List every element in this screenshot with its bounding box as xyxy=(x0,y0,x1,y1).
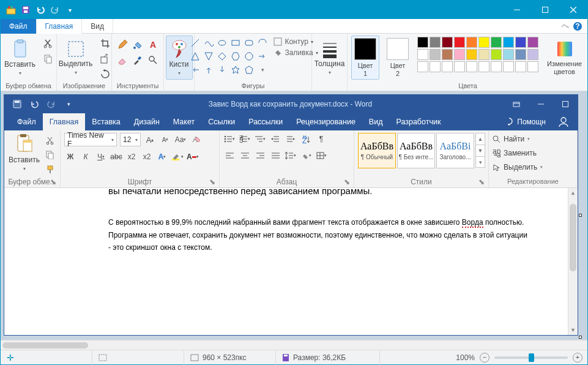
palette-swatch[interactable] xyxy=(491,61,502,72)
close-button[interactable] xyxy=(559,1,587,19)
palette-swatch[interactable] xyxy=(442,61,453,72)
palette-swatch[interactable] xyxy=(515,61,526,72)
word-paste-button[interactable]: Вставить ▾ xyxy=(8,133,40,178)
palette-swatch[interactable] xyxy=(515,49,526,60)
line-spacing-icon[interactable]: ▾ xyxy=(285,149,297,162)
canvas-handle[interactable] xyxy=(579,214,582,217)
bullets-icon[interactable]: ▾ xyxy=(223,133,236,145)
color2-button[interactable]: Цвет 2 xyxy=(384,36,411,80)
palette-swatch[interactable] xyxy=(430,49,441,60)
superscript-icon[interactable]: x2 xyxy=(141,151,153,163)
minimize-button[interactable] xyxy=(503,1,531,19)
account-icon[interactable] xyxy=(558,116,573,127)
highlight-icon[interactable]: ▾ xyxy=(171,151,184,163)
palette-swatch[interactable] xyxy=(527,61,538,72)
word-tab-review[interactable]: Рецензирование xyxy=(289,113,362,130)
font-color-icon[interactable]: A▾ xyxy=(187,151,199,163)
show-marks-icon[interactable]: ¶ xyxy=(315,133,327,145)
zoom-in-button[interactable]: + xyxy=(573,353,582,363)
palette-swatch[interactable] xyxy=(503,49,514,60)
format-painter-icon[interactable] xyxy=(44,164,56,176)
fill-icon[interactable] xyxy=(131,38,144,51)
word-ribbon-opts-icon[interactable] xyxy=(504,95,529,113)
change-case-icon[interactable]: Aa▾ xyxy=(174,134,187,146)
grow-font-icon[interactable]: A▴ xyxy=(144,134,156,146)
palette-swatch[interactable] xyxy=(491,49,502,60)
borders-icon[interactable]: ▾ xyxy=(315,149,327,162)
palette-swatch[interactable] xyxy=(442,37,453,48)
align-center-icon[interactable] xyxy=(239,149,251,162)
paint-hscrollbar[interactable] xyxy=(1,340,587,350)
select-button[interactable]: Выделить ▾ xyxy=(493,161,543,173)
magnifier-icon[interactable] xyxy=(146,53,160,67)
document-page[interactable]: вы печатали непосредственно перед зависа… xyxy=(4,188,568,335)
qat-customize-icon[interactable]: ▾ xyxy=(63,3,76,17)
clear-format-icon[interactable]: A xyxy=(190,134,202,146)
palette-swatch[interactable] xyxy=(430,61,441,72)
numbering-icon[interactable]: 123▾ xyxy=(239,133,251,145)
rotate-icon[interactable] xyxy=(99,67,112,81)
align-left-icon[interactable] xyxy=(223,149,236,162)
subscript-icon[interactable]: x2 xyxy=(125,151,138,163)
palette-swatch[interactable] xyxy=(478,49,489,60)
align-right-icon[interactable] xyxy=(254,149,266,162)
qat-undo-icon[interactable] xyxy=(34,3,47,17)
italic-icon[interactable]: К xyxy=(80,151,92,163)
shapes-gallery[interactable]: ▾ xyxy=(188,36,270,77)
dialog-launcher-icon[interactable]: ⬊ xyxy=(344,178,350,186)
palette-swatch[interactable] xyxy=(417,37,428,48)
indent-inc-icon[interactable] xyxy=(285,133,297,145)
color1-button[interactable]: Цвет 1 xyxy=(351,36,379,80)
text-icon[interactable]: A xyxy=(146,38,160,51)
word-copy-icon[interactable] xyxy=(44,149,56,161)
shrink-font-icon[interactable]: A▾ xyxy=(159,134,171,146)
word-tab-home[interactable]: Главная xyxy=(43,113,86,130)
strike-icon[interactable]: abc xyxy=(110,151,122,163)
sort-icon[interactable]: AZ xyxy=(300,133,312,145)
edit-colors-button[interactable]: Изменение цветов xyxy=(545,36,584,80)
palette-swatch[interactable] xyxy=(478,37,489,48)
word-qat-more-icon[interactable]: ▾ xyxy=(61,97,76,111)
word-undo-icon[interactable] xyxy=(26,97,42,111)
qat-save-icon[interactable] xyxy=(19,3,32,17)
palette-swatch[interactable] xyxy=(417,61,428,72)
word-minimize-icon[interactable] xyxy=(529,95,553,113)
text-effects-icon[interactable]: A▾ xyxy=(156,151,168,163)
dialog-launcher-icon[interactable]: ⬊ xyxy=(478,178,485,186)
dialog-launcher-icon[interactable]: ⬊ xyxy=(209,178,215,186)
zoom-out-button[interactable]: − xyxy=(480,353,489,363)
eraser-icon[interactable] xyxy=(116,53,129,67)
outline-icon[interactable] xyxy=(274,37,282,46)
word-tab-design[interactable]: Дизайн xyxy=(127,113,166,130)
word-maximize-icon[interactable] xyxy=(553,95,578,113)
word-tab-mail[interactable]: Рассылки xyxy=(242,113,289,130)
replace-button[interactable]: abacЗаменить xyxy=(493,147,543,159)
gallery-scroll[interactable]: ▲▼▾ xyxy=(475,133,485,168)
tab-file[interactable]: Файл xyxy=(1,19,37,34)
find-button[interactable]: Найти ▾ xyxy=(493,133,543,145)
color-palette[interactable] xyxy=(416,36,540,73)
pencil-icon[interactable] xyxy=(116,38,129,51)
zoom-slider[interactable] xyxy=(494,356,568,359)
word-tab-dev[interactable]: Разработчик xyxy=(389,113,447,130)
shading-icon[interactable]: ▾ xyxy=(300,149,312,162)
underline-icon[interactable]: Ч ▾ xyxy=(95,151,107,163)
resize-icon[interactable] xyxy=(99,52,112,66)
help-label[interactable]: Помощн xyxy=(517,118,546,126)
style-item[interactable]: АаБбВіЗаголово... xyxy=(436,133,474,168)
tell-me-icon[interactable] xyxy=(505,118,513,126)
scroll-up-icon[interactable]: ▲ xyxy=(568,188,578,198)
dialog-launcher-icon[interactable]: ⬊ xyxy=(50,178,56,186)
style-item[interactable]: АаБбВв¶ Без инте... xyxy=(397,133,435,168)
palette-swatch[interactable] xyxy=(491,37,502,48)
bold-icon[interactable]: Ж xyxy=(64,151,76,163)
paint-canvas[interactable]: ▾ Завис Ворд как сохранить документ.docx… xyxy=(1,91,587,340)
ribbon-collapse-icon[interactable]: へ xyxy=(562,21,569,31)
word-tab-refs[interactable]: Ссылки xyxy=(201,113,242,130)
cut-icon[interactable] xyxy=(42,37,55,50)
size-button[interactable]: Толщина▾ xyxy=(312,36,348,80)
select-button[interactable]: Выделить▾ xyxy=(56,36,95,80)
fill-btn-icon[interactable] xyxy=(274,48,282,57)
scroll-thumb[interactable] xyxy=(2,342,88,348)
canvas-handle[interactable] xyxy=(579,336,582,339)
